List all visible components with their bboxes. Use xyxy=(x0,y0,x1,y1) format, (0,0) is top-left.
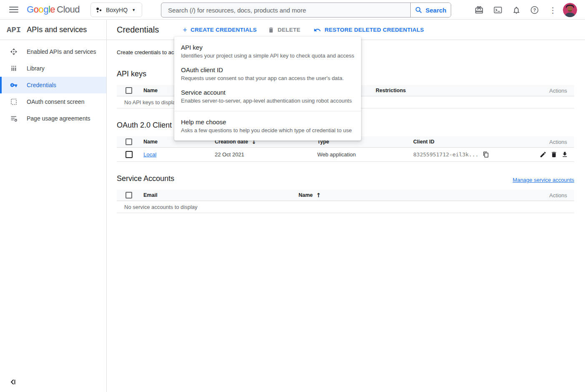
sidebar-title: APIs and services xyxy=(27,25,87,34)
table-row: Local 22 Oct 2021 Web application 832559… xyxy=(117,148,574,162)
column-header-name[interactable]: Name ↑ xyxy=(299,192,528,199)
column-header-restrictions: Restrictions xyxy=(376,88,528,93)
column-header-actions: Actions xyxy=(528,192,574,199)
sort-ascending-icon: ↑ xyxy=(316,192,321,199)
select-all-checkbox[interactable] xyxy=(126,138,132,145)
sidebar-item-label: Credentials xyxy=(27,82,56,88)
gift-icon[interactable] xyxy=(474,5,485,15)
sidebar-item-label: OAuth consent screen xyxy=(27,98,85,105)
help-icon[interactable]: ? xyxy=(529,5,540,15)
agreements-icon xyxy=(10,115,18,122)
menu-divider xyxy=(174,111,361,111)
menu-item-service-account[interactable]: Service account Enables server-to-server… xyxy=(174,85,361,108)
menu-item-help-me-choose[interactable]: Help me choose Asks a few questions to h… xyxy=(174,115,361,137)
api-product-logo: API xyxy=(7,25,21,35)
enabled-apis-icon xyxy=(10,48,18,55)
sidebar-item-page-usage-agreements[interactable]: Page usage agreements xyxy=(0,110,106,127)
sidebar-item-label: Page usage agreements xyxy=(27,115,90,122)
more-vertical-icon[interactable]: ⋮ xyxy=(547,5,558,15)
edit-pencil-icon[interactable] xyxy=(540,151,547,158)
cell-type: Web application xyxy=(317,151,413,158)
library-icon xyxy=(10,65,18,72)
create-credentials-menu: API key Identifies your project using a … xyxy=(174,37,361,141)
service-accounts-table-header: Email Name ↑ Actions xyxy=(117,190,574,201)
google-cloud-logo[interactable]: GoogleCloud xyxy=(27,4,80,15)
page-title: Credentials xyxy=(117,25,159,35)
search-icon xyxy=(415,6,422,14)
search-button-label: Search xyxy=(425,7,446,14)
sidebar-item-library[interactable]: Library xyxy=(0,60,106,77)
account-avatar[interactable] xyxy=(563,3,577,17)
top-app-bar: GoogleCloud BoxyHQ ▼ Search ? ⋮ xyxy=(0,0,585,20)
column-header-actions: Actions xyxy=(528,88,574,94)
sidebar-item-label: Library xyxy=(27,65,45,72)
search-input[interactable] xyxy=(161,3,410,17)
download-icon[interactable] xyxy=(561,151,568,158)
menu-icon[interactable] xyxy=(9,5,18,14)
oauth-consent-icon xyxy=(10,98,18,106)
sidebar-item-credentials[interactable]: Credentials xyxy=(0,77,106,93)
project-selector[interactable]: BoxyHQ ▼ xyxy=(90,3,142,17)
key-icon xyxy=(10,81,18,89)
select-all-checkbox[interactable] xyxy=(126,192,132,199)
column-header-email: Email xyxy=(143,192,299,198)
column-header-client-id: Client ID xyxy=(413,139,528,145)
plus-icon: + xyxy=(183,27,187,33)
cloud-wordmark: Cloud xyxy=(57,4,80,15)
cell-creation-date: 22 Oct 2021 xyxy=(215,151,317,158)
delete-trash-icon[interactable] xyxy=(550,151,557,158)
trash-icon xyxy=(268,27,274,33)
restore-deleted-credentials-button[interactable]: RESTORE DELETED CREDENTIALS xyxy=(310,24,427,36)
oauth-client-name-link[interactable]: Local xyxy=(143,151,156,158)
manage-service-accounts-link[interactable]: Manage service accounts xyxy=(513,177,574,183)
svg-text:?: ? xyxy=(533,8,536,13)
search-button[interactable]: Search xyxy=(410,3,451,17)
service-accounts-section-title: Service Accounts xyxy=(117,174,174,183)
undo-arrow-icon xyxy=(314,26,321,34)
chevron-down-icon: ▼ xyxy=(132,8,136,12)
service-accounts-table: Email Name ↑ Actions No service accounts… xyxy=(117,190,574,213)
notifications-bell-icon[interactable] xyxy=(511,5,522,15)
sidebar: API APIs and services Enabled APIs and s… xyxy=(0,20,107,392)
sidebar-item-oauth-consent[interactable]: OAuth consent screen xyxy=(0,93,106,110)
collapse-sidebar-icon[interactable] xyxy=(9,378,18,386)
project-logo-icon xyxy=(95,6,103,14)
menu-item-api-key[interactable]: API key Identifies your project using a … xyxy=(174,40,361,63)
sidebar-header: API APIs and services xyxy=(0,20,106,40)
menu-item-oauth-client-id[interactable]: OAuth client ID Requests user consent so… xyxy=(174,63,361,85)
sidebar-item-label: Enabled APIs and services xyxy=(27,48,96,55)
column-header-actions: Actions xyxy=(528,139,574,145)
copy-icon[interactable] xyxy=(483,151,489,158)
search-bar: Search xyxy=(161,3,451,18)
select-all-checkbox[interactable] xyxy=(126,87,132,94)
sidebar-item-enabled-apis[interactable]: Enabled APIs and services xyxy=(0,43,106,60)
delete-button[interactable]: DELETE xyxy=(264,24,304,36)
project-name: BoxyHQ xyxy=(106,7,128,13)
create-credentials-button[interactable]: + CREATE CREDENTIALS xyxy=(179,24,260,35)
row-checkbox[interactable] xyxy=(126,151,133,158)
service-accounts-empty-state: No service accounts to display xyxy=(117,201,574,213)
cloud-shell-icon[interactable] xyxy=(492,5,503,15)
cell-client-id: 83255951712-eil3k... xyxy=(413,151,479,158)
